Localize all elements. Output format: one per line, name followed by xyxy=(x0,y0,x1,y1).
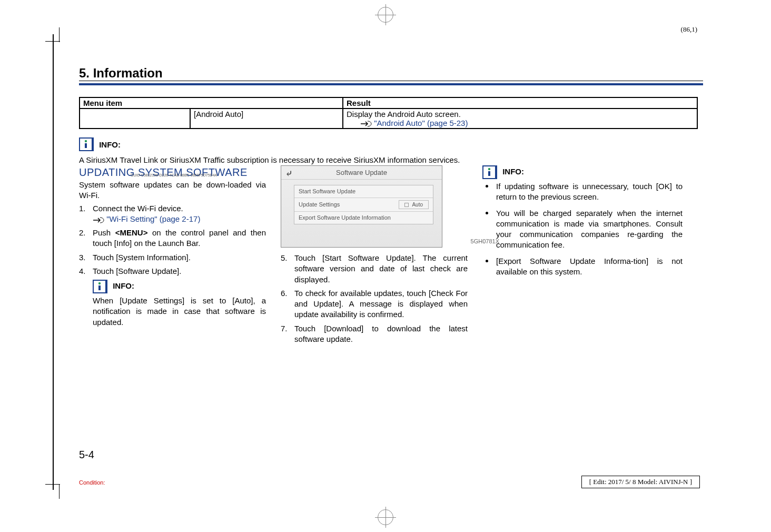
table-cell-result: Display the Android Auto screen. "Androi… xyxy=(343,109,697,129)
svg-rect-5 xyxy=(488,171,490,176)
divider xyxy=(79,81,703,81)
ss-row-export: Export Software Update Information xyxy=(294,212,433,224)
svg-point-0 xyxy=(85,140,87,142)
screenshot-title: Software Update xyxy=(336,168,387,178)
info-text: When [Update Settings] is set to [Auto],… xyxy=(79,295,266,328)
pointer-icon xyxy=(93,216,104,223)
ss-row-settings: Update Settings Auto xyxy=(294,198,433,212)
trim-line-left xyxy=(53,34,54,490)
link-wifi-setting: "Wi-Fi Setting" (page 2-17) xyxy=(106,214,200,223)
pointer-icon xyxy=(360,120,372,127)
condition-label: Condition: xyxy=(79,479,105,486)
info-icon xyxy=(80,139,93,150)
page-coordinate: (86,1) xyxy=(681,25,697,34)
svg-rect-1 xyxy=(85,143,87,148)
svg-point-4 xyxy=(488,168,490,170)
table-cell-empty xyxy=(80,109,190,129)
bullet-3: [Export Software Update Informa-tion] is… xyxy=(482,256,683,278)
svg-point-2 xyxy=(98,282,101,284)
step-4: Touch [Software Update]. xyxy=(79,266,266,277)
crop-mark xyxy=(59,27,60,42)
step-5: Touch [Start Software Update]. The curre… xyxy=(281,253,468,285)
intro-text: System software updates can be down-load… xyxy=(79,180,266,201)
page-number: 5-4 xyxy=(79,449,94,461)
back-arrow-icon: ⤶ xyxy=(285,168,292,180)
crop-mark xyxy=(45,41,60,42)
link-android-auto: "Android Auto" (page 5-23) xyxy=(374,119,468,127)
table-header-menu-item: Menu item xyxy=(80,97,343,109)
step-6: To check for available updates, touch [C… xyxy=(281,288,468,320)
step-2: Push <MENU> on the control panel and the… xyxy=(79,228,266,249)
edit-info-box: [ Edit: 2017/ 5/ 8 Model: AIVINJ-N ] xyxy=(581,476,700,488)
divider xyxy=(79,83,703,85)
auto-pill: Auto xyxy=(399,200,429,210)
siriusxm-text: A SiriusXM Travel Link or SiriusXM Traff… xyxy=(79,155,711,164)
ss-row-start: Start Software Update xyxy=(294,185,433,198)
info-icon xyxy=(483,166,496,178)
info-badge xyxy=(93,280,107,293)
result-text: Display the Android Auto screen. xyxy=(347,110,461,119)
menu-result-table: Menu item Result [Android Auto] Display … xyxy=(79,97,698,129)
info-label: INFO: xyxy=(110,280,137,290)
table-cell-menu: [Android Auto] xyxy=(190,109,343,129)
registration-mark-top xyxy=(375,4,396,25)
bullet-2: You will be charged separately when the … xyxy=(482,208,683,251)
info-badge xyxy=(482,165,497,179)
table-header-result: Result xyxy=(343,97,697,109)
info-badge xyxy=(79,137,94,151)
heading-updating-software: UPDATING SYSTEM SOFTWARE GUID-C5812199-D… xyxy=(79,165,266,180)
crop-mark xyxy=(59,484,60,499)
bullet-1: If updating software is unnecessary, tou… xyxy=(482,181,683,203)
info-label: INFO: xyxy=(499,165,527,176)
registration-mark-bottom xyxy=(375,507,396,528)
guid-text: GUID-C5812199-D226-4CAE-88BC-9850F5D75D4… xyxy=(131,173,217,178)
crop-mark xyxy=(45,484,60,485)
svg-rect-3 xyxy=(98,285,101,290)
info-label: INFO: xyxy=(96,139,124,149)
section-title: 5. Information xyxy=(79,66,711,81)
info-icon xyxy=(94,281,106,292)
software-update-screenshot: ⤶ Software Update Start Software Update … xyxy=(281,165,442,248)
step-7: Touch [Download] to download the latest … xyxy=(281,323,468,345)
step-1: Connect the Wi-Fi device. "Wi-Fi Setting… xyxy=(79,203,266,225)
step-3: Touch [System Information]. xyxy=(79,252,266,263)
